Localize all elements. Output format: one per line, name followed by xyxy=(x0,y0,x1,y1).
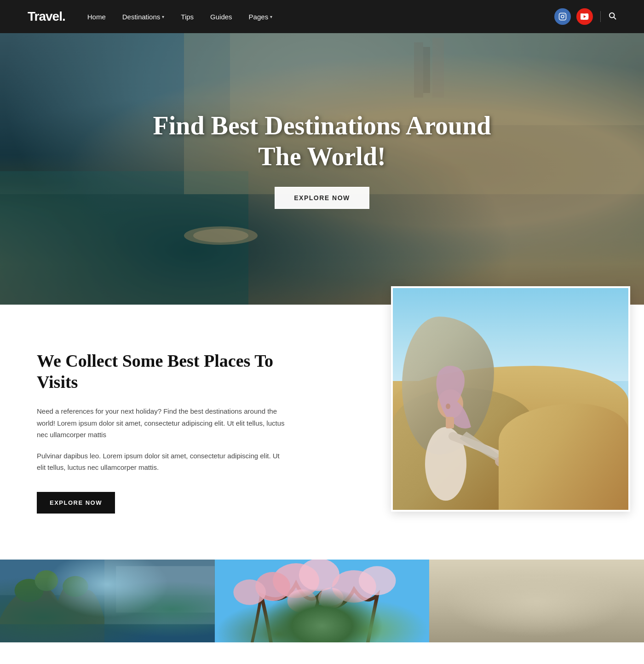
nav-item-pages[interactable]: Pages ▾ xyxy=(249,13,273,21)
chevron-down-icon: ▾ xyxy=(162,14,164,19)
hero-title: Find Best Destinations Around The World! xyxy=(153,110,491,172)
svg-point-36 xyxy=(287,589,316,612)
logo-text: Travel. xyxy=(28,9,65,23)
svg-point-37 xyxy=(318,588,343,608)
cherry-blossom-image xyxy=(215,560,430,642)
instagram-button[interactable] xyxy=(554,8,571,25)
svg-point-14 xyxy=(193,229,248,243)
svg-point-2 xyxy=(564,14,565,15)
svg-point-24 xyxy=(63,576,88,596)
nav-item-destinations[interactable]: Destinations ▾ xyxy=(122,13,165,21)
svg-point-34 xyxy=(358,566,396,595)
svg-rect-38 xyxy=(429,560,644,642)
svg-point-32 xyxy=(255,572,290,601)
section2-para2: Pulvinar dapibus leo. Lorem ipsum dolor … xyxy=(37,450,286,473)
gallery-item-sandy-landscape[interactable] xyxy=(429,560,644,642)
chevron-down-icon-pages: ▾ xyxy=(270,14,272,19)
section2: We Collect Some Best Places To Visits Ne… xyxy=(0,305,644,560)
nav-link-home[interactable]: Home xyxy=(87,13,106,21)
hero-content: Find Best Destinations Around The World!… xyxy=(153,110,491,209)
section2-left: We Collect Some Best Places To Visits Ne… xyxy=(0,323,309,532)
svg-rect-11 xyxy=(423,47,430,93)
svg-point-1 xyxy=(561,15,564,18)
nav-link-destinations[interactable]: Destinations ▾ xyxy=(122,13,165,21)
navbar-left: Travel. Home Destinations ▾ Tips xyxy=(28,9,272,24)
gallery-section xyxy=(0,560,644,642)
nav-links: Home Destinations ▾ Tips Guides xyxy=(87,13,272,21)
svg-rect-18 xyxy=(446,417,454,428)
logo[interactable]: Travel. xyxy=(28,9,65,24)
gallery-item-cherry-blossoms[interactable] xyxy=(215,560,430,642)
hero-section: Find Best Destinations Around The World!… xyxy=(0,33,644,305)
rocky-coast-image xyxy=(0,560,215,642)
sandy-landscape-image xyxy=(429,560,644,642)
section2-right xyxy=(309,323,644,532)
svg-rect-25 xyxy=(0,624,215,642)
svg-point-33 xyxy=(332,570,376,603)
svg-point-31 xyxy=(299,560,339,591)
person-figure xyxy=(407,335,499,510)
desert-image xyxy=(391,286,630,512)
svg-rect-29 xyxy=(215,560,430,642)
svg-point-22 xyxy=(15,579,44,602)
section2-heading: We Collect Some Best Places To Visits xyxy=(37,351,286,393)
svg-rect-21 xyxy=(0,595,215,642)
svg-rect-39 xyxy=(429,560,644,595)
svg-rect-20 xyxy=(0,560,215,642)
nav-link-tips[interactable]: Tips xyxy=(181,13,194,21)
gallery-item-rocky-coast[interactable] xyxy=(0,560,215,642)
svg-rect-0 xyxy=(559,13,566,20)
svg-line-5 xyxy=(614,17,615,19)
svg-point-30 xyxy=(273,563,319,598)
nav-divider xyxy=(600,11,601,22)
svg-rect-27 xyxy=(116,566,214,612)
svg-rect-28 xyxy=(215,560,430,642)
section2-para1: Need a references for your next holiday?… xyxy=(37,405,286,441)
svg-point-23 xyxy=(35,570,58,591)
nav-link-guides[interactable]: Guides xyxy=(210,13,232,21)
hero-explore-button[interactable]: EXPLORE NOW xyxy=(275,187,369,209)
svg-rect-12 xyxy=(432,38,444,98)
navbar: Travel. Home Destinations ▾ Tips xyxy=(0,0,644,33)
svg-rect-10 xyxy=(414,42,423,98)
svg-rect-40 xyxy=(429,595,644,642)
navbar-right xyxy=(554,8,616,25)
svg-point-17 xyxy=(446,404,450,409)
svg-point-35 xyxy=(233,579,266,605)
svg-rect-26 xyxy=(104,560,215,624)
section2-explore-button[interactable]: EXPLORE NOW xyxy=(37,492,115,514)
nav-link-pages[interactable]: Pages ▾ xyxy=(249,13,273,21)
nav-item-guides[interactable]: Guides xyxy=(210,13,232,21)
search-icon xyxy=(608,12,616,20)
instagram-icon xyxy=(558,12,567,21)
nav-item-home[interactable]: Home xyxy=(87,13,106,21)
nav-item-tips[interactable]: Tips xyxy=(181,13,194,21)
youtube-icon xyxy=(581,13,589,20)
svg-rect-7 xyxy=(0,194,248,305)
youtube-button[interactable] xyxy=(576,8,593,25)
search-button[interactable] xyxy=(608,12,616,22)
